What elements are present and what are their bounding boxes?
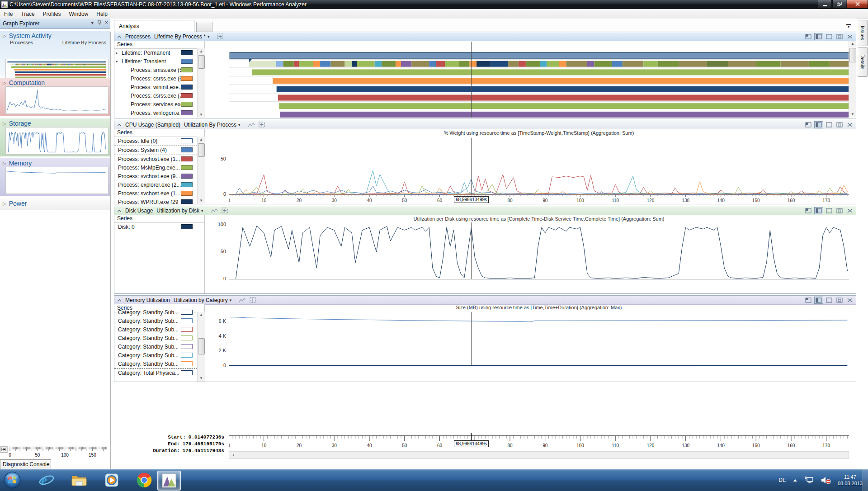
legend-row[interactable]: Category: Standby Sub... <box>114 334 204 343</box>
sidebar-section-memory[interactable]: ▷Memory <box>0 158 110 196</box>
section-thumbnail-disk[interactable] <box>5 127 108 155</box>
legend-row[interactable]: Process: explorer.exe (2... <box>114 181 204 189</box>
layout-full-icon[interactable] <box>825 121 834 128</box>
tab-analysis[interactable]: Analysis <box>114 20 194 32</box>
memory-legend-scrollbar[interactable]: ▲▼ <box>197 312 205 382</box>
start-button[interactable] <box>3 471 22 490</box>
legend-row[interactable]: Process: csrss.exe (7... <box>114 92 204 100</box>
scroll-up-arrow[interactable]: ▲ <box>198 312 204 318</box>
diagnostic-console-button[interactable]: Diagnostic Console <box>0 459 51 469</box>
restore-pane-icon[interactable] <box>835 121 844 128</box>
clock[interactable]: 11:47 08.08.2013 <box>838 474 863 486</box>
menu-profiles[interactable]: Profiles <box>39 9 65 19</box>
close-button[interactable] <box>847 0 868 9</box>
legend-row[interactable]: Process: csrss.exe (6... <box>114 75 204 83</box>
sidebar-section-power[interactable]: ▷Power <box>0 198 110 210</box>
legend-row[interactable]: Disk: 0 <box>114 223 204 231</box>
view-selector[interactable]: Utilization by Category▾ <box>174 297 232 303</box>
line-graph-icon[interactable] <box>211 208 218 213</box>
close-panel-icon[interactable]: × <box>105 19 108 26</box>
expander-closed-icon[interactable]: ▷ <box>3 201 6 206</box>
sidebar-section-system-activity[interactable]: ▷System ActivityProcessesLifetime By Pro… <box>0 31 110 76</box>
legend-row[interactable]: Process: WPRUI.exe (29 <box>114 198 204 204</box>
timeline-scrollbar[interactable] <box>229 451 849 459</box>
legend-row[interactable]: Category: Standby Sub... <box>114 326 204 334</box>
pin-icon[interactable] <box>97 20 101 25</box>
legend-row[interactable]: Process: svchost.exe (9... <box>114 172 204 181</box>
legend-row[interactable]: Category: Standby Sub... <box>114 360 204 369</box>
scroll-down-arrow[interactable]: ▼ <box>198 112 204 118</box>
timeline-handle-icon[interactable] <box>0 446 8 453</box>
close-pane-icon[interactable] <box>845 297 854 304</box>
expander-closed-icon[interactable]: ▷ <box>3 161 6 166</box>
volume-muted-icon[interactable] <box>821 476 831 484</box>
legend-row[interactable]: Category: Standby Sub... <box>114 308 204 317</box>
show-hidden-icons[interactable] <box>793 478 798 482</box>
legend-row[interactable]: Process: System (4) <box>114 146 204 155</box>
media-player-icon[interactable] <box>102 471 121 490</box>
legend-row[interactable]: Process: services.exe... <box>114 100 204 109</box>
collapse-chevron-icon[interactable] <box>117 35 122 38</box>
layout-split-icon[interactable] <box>804 297 813 304</box>
language-indicator[interactable]: DE <box>778 477 786 483</box>
internet-explorer-icon[interactable]: e <box>37 471 56 490</box>
sidebar-section-computation[interactable]: ▷Computation <box>0 78 110 116</box>
memory-utilization-chart[interactable] <box>229 311 849 375</box>
minimize-button[interactable] <box>818 0 832 9</box>
view-selector[interactable]: Utilization By Process▾ <box>184 122 241 128</box>
section-thumbnail-cpu[interactable] <box>5 86 108 114</box>
legend-row[interactable]: Process: Idle (0) <box>114 137 204 146</box>
view-selector[interactable]: Utilization by Disk▾ <box>156 208 203 214</box>
restore-button[interactable] <box>832 0 846 9</box>
processes-chart-scrollbar[interactable]: ▲▼ <box>849 41 856 118</box>
layout-left-icon[interactable] <box>814 297 823 304</box>
scroll-thumb[interactable] <box>198 338 205 354</box>
legend-row[interactable]: Process: winlogon.e... <box>114 109 204 118</box>
scroll-down-arrow[interactable]: ▼ <box>849 111 856 118</box>
menu-help[interactable]: Help <box>92 9 112 19</box>
layout-full-icon[interactable] <box>825 33 834 40</box>
legend-row[interactable]: Process: svchost.exe (1... <box>114 189 204 198</box>
legend-row[interactable]: Process: svchost.exe (1... <box>114 155 204 164</box>
memory-panel-header[interactable]: Memory Utilization Utilization by Catego… <box>114 296 856 305</box>
close-pane-icon[interactable] <box>845 121 854 128</box>
expander-open-icon[interactable]: ▾ <box>116 57 118 66</box>
cpu-usage-chart[interactable]: 0102030405060708090100110120130140150160… <box>229 136 849 203</box>
disk-usage-chart[interactable] <box>229 216 849 289</box>
layout-full-icon[interactable] <box>825 207 834 214</box>
restore-pane-icon[interactable] <box>835 297 844 304</box>
crosshair-tool-icon[interactable] <box>217 33 224 39</box>
legend-row[interactable]: ▸Lifetime: Permanent <box>114 49 204 57</box>
legend-row[interactable]: Process: smss.exe (5... <box>114 66 204 75</box>
crosshair-tool-icon[interactable] <box>222 208 228 213</box>
scroll-thumb[interactable] <box>849 48 856 62</box>
collapse-chevron-icon[interactable] <box>117 298 122 302</box>
layout-split-icon[interactable] <box>804 121 813 128</box>
cpu-legend-scrollbar[interactable]: ▲▼ <box>197 137 205 204</box>
processes-legend-scrollbar[interactable]: ▲▼ <box>197 48 205 118</box>
line-graph-icon[interactable] <box>239 297 246 303</box>
collapse-chevron-icon[interactable] <box>117 123 122 127</box>
legend-row[interactable]: Category: Standby Sub... <box>114 317 204 326</box>
sidebar-section-storage[interactable]: ▷Storage <box>0 118 110 156</box>
layout-left-icon[interactable] <box>814 207 823 214</box>
legend-row[interactable]: Process: wininit.exe... <box>114 83 204 92</box>
scroll-thumb[interactable] <box>198 55 205 69</box>
new-tab-stub[interactable] <box>196 22 212 32</box>
scroll-up-arrow[interactable]: ▲ <box>198 48 204 55</box>
close-pane-icon[interactable] <box>845 207 854 214</box>
section-thumbnail-memory[interactable] <box>5 167 108 194</box>
menu-file[interactable]: File <box>0 9 17 19</box>
legend-row[interactable]: ▾Lifetime: Transient <box>114 57 204 66</box>
layout-full-icon[interactable] <box>825 297 834 304</box>
tab-issues[interactable]: Issues <box>858 20 868 46</box>
view-selector[interactable]: Lifetime By Process *▾ <box>154 33 210 40</box>
layout-split-icon[interactable] <box>804 207 813 214</box>
wpa-taskbar-icon[interactable] <box>157 471 181 491</box>
layout-left-icon[interactable] <box>814 33 823 40</box>
expander-closed-icon[interactable]: ▷ <box>3 33 6 38</box>
crosshair-tool-icon[interactable] <box>259 122 265 127</box>
dropdown-icon[interactable]: ▾ <box>91 20 94 26</box>
restore-pane-icon[interactable] <box>835 207 844 214</box>
disk-panel-header[interactable]: Disk Usage Utilization by Disk▾ <box>114 206 856 215</box>
